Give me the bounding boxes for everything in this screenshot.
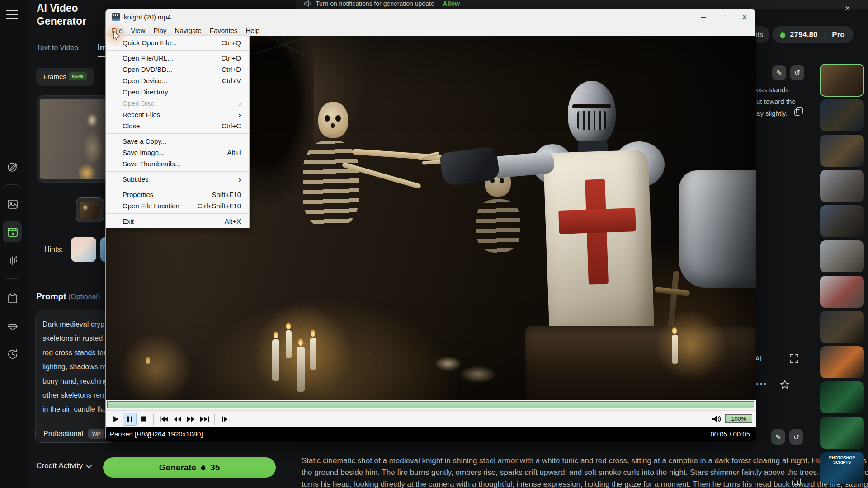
- menu-item-properties[interactable]: PropertiesShift+F10: [106, 189, 249, 200]
- minimize-button[interactable]: [693, 9, 713, 25]
- menu-item-shortcut: Alt+I: [227, 149, 241, 156]
- generation-history-strip: PHOTOSHOP SCRIPTS: [820, 64, 864, 487]
- menu-item-shortcut: Ctrl+Q: [221, 39, 241, 47]
- copy-icon[interactable]: [792, 480, 798, 486]
- maximize-button[interactable]: [713, 9, 734, 25]
- close-icon[interactable]: ×: [845, 4, 850, 13]
- extend-ai-label-fragment[interactable]: AI: [755, 355, 762, 363]
- thumb-knight-arch[interactable]: [820, 240, 864, 272]
- thumb-photoshop-scripts[interactable]: PHOTOSHOP SCRIPTS: [820, 452, 864, 484]
- skip-back-button[interactable]: [157, 413, 170, 426]
- result-prompt-line: Static cinematic shot of a medieval knig…: [302, 455, 808, 467]
- menu-item-close[interactable]: CloseCtrl+C: [106, 120, 249, 131]
- menu-item-open-file-location[interactable]: Open File LocationCtrl+Shift+F10: [106, 200, 249, 211]
- menu-favorites[interactable]: Favorites: [206, 27, 242, 34]
- rewind-button[interactable]: [170, 413, 184, 426]
- copy-icon[interactable]: [794, 109, 800, 116]
- tab-text-to-video[interactable]: Text to Video: [37, 44, 78, 52]
- menu-item-subtitles[interactable]: Subtitles›: [106, 174, 249, 185]
- pro-label[interactable]: Pro: [832, 30, 844, 39]
- submenu-arrow-icon: ›: [238, 100, 241, 107]
- favorite-star-icon[interactable]: [780, 380, 790, 391]
- seek-bar[interactable]: [106, 400, 756, 410]
- menu-item-save-image[interactable]: Save Image...Alt+I: [106, 147, 249, 158]
- professional-mode-selector[interactable]: Professional VIP: [35, 425, 114, 443]
- menu-item-open-file-url[interactable]: Open File/URL...Ctrl+O: [106, 52, 249, 64]
- menu-item-recent-files[interactable]: Recent Files›: [106, 109, 249, 120]
- menu-item-label: Open File/URL...: [123, 54, 173, 62]
- more-options-icon[interactable]: ···: [756, 379, 768, 389]
- frame-selector-thumbnail[interactable]: [80, 202, 99, 219]
- thumb-knight-campfire[interactable]: [820, 135, 864, 167]
- menu-navigate[interactable]: Navigate: [171, 27, 206, 34]
- menu-item-shortcut: Ctrl+C: [222, 122, 241, 130]
- edit-button[interactable]: ✎: [772, 65, 786, 80]
- stop-button[interactable]: [137, 413, 150, 426]
- menu-item-save-thumbnails[interactable]: Save Thumbnails...: [106, 158, 249, 169]
- menu-item-open-dvd-bd[interactable]: Open DVD/BD...Ctrl+D: [106, 64, 249, 75]
- skip-forward-button[interactable]: [198, 413, 211, 426]
- menu-help[interactable]: Help: [242, 27, 264, 34]
- clothes-tool-icon[interactable]: [6, 291, 19, 304]
- video-tool-icon[interactable]: [6, 226, 19, 239]
- menu-item-open-directory[interactable]: Open Directory...: [106, 86, 249, 98]
- notification-banner: Turn on notifications for generation upd…: [296, 0, 868, 9]
- submenu-arrow-icon: ›: [238, 112, 241, 118]
- credits-value: 2794.80: [790, 30, 817, 39]
- file-menu-dropdown: Quick Open File...Ctrl+QOpen File/URL...…: [106, 36, 250, 228]
- menu-play[interactable]: Play: [149, 27, 170, 34]
- frame-step-button[interactable]: [218, 413, 231, 426]
- thumb-knight-fire[interactable]: [820, 346, 864, 378]
- speaker-icon[interactable]: [712, 415, 722, 423]
- thumb-knight-dark[interactable]: [820, 311, 864, 343]
- seek-bar-fill: [107, 401, 754, 408]
- image-tool-icon[interactable]: [6, 198, 19, 211]
- menu-view[interactable]: View: [127, 27, 149, 34]
- close-button[interactable]: ×: [734, 9, 755, 25]
- play-button[interactable]: [109, 413, 123, 426]
- window-title: knight (20).mp4: [124, 13, 171, 21]
- time-display: 00:05 / 00:05: [710, 430, 750, 438]
- menu-item-exit[interactable]: ExitAlt+X: [106, 216, 249, 227]
- menu-item-label: Save Thumbnails...: [123, 160, 180, 168]
- thumb-hacker-desk-2[interactable]: [820, 417, 864, 449]
- edit-button[interactable]: ✎: [771, 429, 785, 445]
- credits-divider: |: [824, 31, 826, 38]
- thumb-knight-campfire-night[interactable]: [820, 99, 864, 131]
- menu-item-open-device[interactable]: Open Device...Ctrl+V: [106, 75, 249, 86]
- thumb-hacker-desk[interactable]: [820, 381, 864, 413]
- thumb-knight-red-cross[interactable]: [820, 276, 864, 308]
- mpc-app-icon: [112, 13, 120, 21]
- menu-item-quick-open-file[interactable]: Quick Open File...Ctrl+Q: [106, 37, 249, 48]
- menu-item-shortcut: Ctrl+V: [222, 77, 241, 84]
- regenerate-button[interactable]: ↺: [789, 429, 803, 445]
- fullscreen-icon[interactable]: [789, 354, 799, 365]
- lipsync-tool-icon[interactable]: [6, 320, 19, 333]
- credits-pill[interactable]: 2794.80 | Pro: [772, 26, 854, 43]
- volume-slider[interactable]: 100%: [725, 414, 752, 423]
- sidebar-divider: [6, 278, 18, 279]
- menu-item-save-a-copy[interactable]: Save a Copy...: [106, 136, 249, 147]
- thumb-crypt-skeletons[interactable]: [820, 64, 864, 96]
- history-icon[interactable]: [6, 348, 19, 361]
- new-badge: NEW: [69, 72, 87, 80]
- media-player-window: knight (20).mp4 × FileViewPlayNavigateFa…: [105, 9, 755, 441]
- menu-item-shortcut: Ctrl+Shift+F10: [197, 202, 241, 210]
- credit-activity-dropdown[interactable]: Credit Activity: [36, 461, 90, 470]
- hamburger-menu-icon[interactable]: [6, 10, 18, 22]
- notification-allow-link[interactable]: Allow: [443, 0, 460, 7]
- titlebar[interactable]: knight (20).mp4 ×: [106, 9, 755, 25]
- design-tool-icon[interactable]: [6, 161, 19, 174]
- menu-separator: [106, 171, 249, 172]
- fast-forward-button[interactable]: [184, 413, 198, 426]
- pause-button[interactable]: [123, 413, 137, 426]
- generate-button[interactable]: Generate 35: [103, 457, 276, 478]
- menu-item-label: Quick Open File...: [123, 39, 177, 47]
- regenerate-button[interactable]: ↺: [790, 65, 804, 80]
- thumb-knight-helmet[interactable]: [820, 170, 864, 202]
- hint-thumbnail-1[interactable]: [71, 237, 96, 262]
- mouse-cursor: [112, 31, 121, 43]
- audio-tool-icon[interactable]: [6, 254, 19, 267]
- thumb-knight-seated[interactable]: [820, 205, 864, 237]
- frames-toggle[interactable]: Frames NEW: [36, 68, 94, 86]
